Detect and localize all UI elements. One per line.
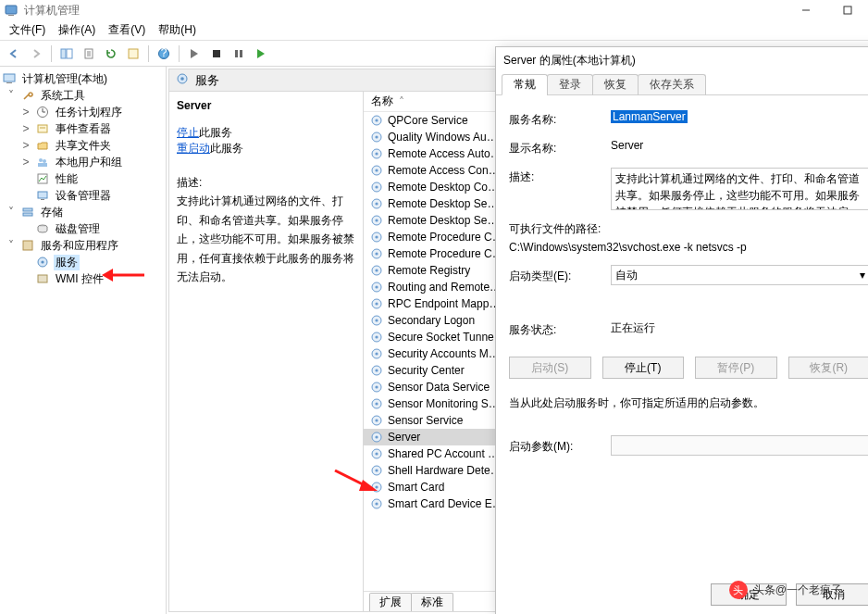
svc-name-label: 服务名称: xyxy=(509,110,611,128)
gear-icon xyxy=(369,463,384,478)
nav-back-button[interactable] xyxy=(4,44,24,64)
params-label: 启动参数(M): xyxy=(509,437,611,455)
service-name: Remote Access Auto… xyxy=(388,147,502,160)
menu-action[interactable]: 操作(A) xyxy=(53,20,101,40)
tree-item-label: 本地用户和组 xyxy=(54,155,124,170)
service-name: Security Accounts M… xyxy=(388,347,500,360)
gear-icon xyxy=(369,430,384,445)
service-name: Remote Access Con… xyxy=(388,164,500,177)
tree-group-systools[interactable]: ˅ 系统工具 xyxy=(2,87,164,104)
pause-button[interactable] xyxy=(229,44,249,64)
stop-link[interactable]: 停止 xyxy=(177,126,199,139)
show-hide-tree-button[interactable] xyxy=(56,44,77,64)
svg-point-68 xyxy=(375,385,378,388)
tools-icon xyxy=(20,88,35,103)
tree-item-storage-0[interactable]: 磁盘管理 xyxy=(2,220,164,237)
properties-button[interactable] xyxy=(123,44,143,64)
menu-file[interactable]: 文件(F) xyxy=(4,20,51,40)
tab-dependencies[interactable]: 依存关系 xyxy=(638,74,706,95)
dlg-desc-label: 描述: xyxy=(509,168,611,185)
svg-point-62 xyxy=(375,335,378,338)
export-button[interactable] xyxy=(79,44,99,64)
tree-item-label: 设备管理器 xyxy=(54,188,113,204)
detail-title: Server xyxy=(177,99,355,112)
col-name[interactable]: 名称 xyxy=(371,94,393,109)
tree-item-systools-4[interactable]: 性能 xyxy=(2,170,164,187)
stop-button[interactable] xyxy=(206,44,227,64)
tree-item-systools-5[interactable]: 设备管理器 xyxy=(2,187,164,204)
svg-rect-2 xyxy=(6,6,17,14)
nav-forward-button[interactable] xyxy=(26,44,46,64)
gear-icon xyxy=(369,130,384,144)
window-minimize-button[interactable] xyxy=(785,0,826,20)
tree-item-icon xyxy=(35,171,50,186)
chevron-down-icon: ▾ xyxy=(860,269,865,282)
service-name: Shared PC Account … xyxy=(388,447,499,460)
tree-group-services-apps[interactable]: ˅ 服务和应用程序 xyxy=(2,237,164,254)
svg-point-54 xyxy=(375,269,378,271)
tree-item-systools-0[interactable]: >任务计划程序 xyxy=(2,104,164,120)
expand-icon[interactable]: > xyxy=(20,106,31,119)
startup-select[interactable]: 自动 ▾ xyxy=(611,265,868,285)
svg-point-42 xyxy=(375,169,378,171)
expand-icon[interactable]: > xyxy=(20,122,31,135)
detail-pane: Server 停止此服务 重启动此服务 描述: 支持此计算机通过网络的文件、打印… xyxy=(169,92,364,611)
params-input[interactable] xyxy=(611,435,868,456)
service-name: Security Center xyxy=(388,364,465,377)
dlg-desc-value[interactable]: 支持此计算机通过网络的文件、打印、和命名管道共享。如果服务停止，这些功能不可用。… xyxy=(611,168,868,210)
tab-extended[interactable]: 扩展 xyxy=(369,593,412,611)
svg-point-58 xyxy=(375,302,378,305)
restart-link[interactable]: 重启动 xyxy=(177,142,210,155)
refresh-button[interactable] xyxy=(101,44,121,64)
restart-button[interactable] xyxy=(251,44,271,64)
play-button[interactable] xyxy=(184,44,205,64)
titlebar: 计算机管理 xyxy=(0,0,868,20)
svg-point-64 xyxy=(375,352,378,355)
gear-icon xyxy=(369,330,384,345)
svg-point-74 xyxy=(375,435,378,438)
help-button[interactable]: ? xyxy=(154,44,174,64)
svg-rect-11 xyxy=(235,50,238,57)
menu-view[interactable]: 查看(V) xyxy=(103,20,151,40)
menu-help[interactable]: 帮助(H) xyxy=(153,20,202,40)
svg-rect-12 xyxy=(240,50,242,57)
svg-rect-25 xyxy=(41,199,44,200)
service-name: Secure Socket Tunne… xyxy=(388,331,505,344)
window-maximize-button[interactable] xyxy=(826,0,868,20)
start-button: 启动(S) xyxy=(509,357,591,379)
tree-item-icon xyxy=(35,155,50,169)
svg-point-82 xyxy=(375,502,378,505)
svc-name-value[interactable]: LanmanServer xyxy=(611,110,688,123)
tree-item-svcapps-1[interactable]: WMI 控件 xyxy=(2,270,164,287)
gear-icon xyxy=(369,163,384,178)
tab-logon[interactable]: 登录 xyxy=(547,74,593,95)
expand-icon[interactable]: > xyxy=(20,156,31,169)
svg-point-40 xyxy=(375,152,378,155)
menubar: 文件(F) 操作(A) 查看(V) 帮助(H) xyxy=(0,20,868,41)
svg-point-78 xyxy=(375,469,378,471)
tree-item-systools-1[interactable]: >事件查看器 xyxy=(2,120,164,137)
collapse-icon[interactable]: ˅ xyxy=(6,206,17,219)
svg-rect-10 xyxy=(213,50,220,57)
tree-item-systools-2[interactable]: >共享文件夹 xyxy=(2,137,164,154)
tree-group-storage[interactable]: ˅ 存储 xyxy=(2,204,164,220)
tree-item-svcapps-0[interactable]: 服务 xyxy=(2,254,164,270)
svg-point-31 xyxy=(41,260,43,263)
expand-icon[interactable]: > xyxy=(20,139,31,152)
storage-icon xyxy=(20,205,35,219)
service-name: Routing and Remote… xyxy=(388,281,501,294)
collapse-icon[interactable]: ˅ xyxy=(6,89,17,102)
status-label: 服务状态: xyxy=(509,320,611,338)
tab-standard[interactable]: 标准 xyxy=(411,593,453,611)
stop-button[interactable]: 停止(T) xyxy=(602,357,685,379)
service-name: Remote Desktop Se… xyxy=(388,214,498,227)
tab-general[interactable]: 常规 xyxy=(502,74,548,95)
service-name: Remote Procedure C… xyxy=(388,231,503,244)
svg-rect-4 xyxy=(61,49,66,58)
tree-item-systools-3[interactable]: >本地用户和组 xyxy=(2,154,164,170)
service-name: Sensor Data Service xyxy=(388,381,490,394)
collapse-icon[interactable]: ˅ xyxy=(6,239,17,252)
tree-root[interactable]: 计算机管理(本地) xyxy=(2,70,164,87)
service-name: Remote Desktop Se… xyxy=(388,197,498,210)
tab-recovery[interactable]: 恢复 xyxy=(592,74,639,95)
